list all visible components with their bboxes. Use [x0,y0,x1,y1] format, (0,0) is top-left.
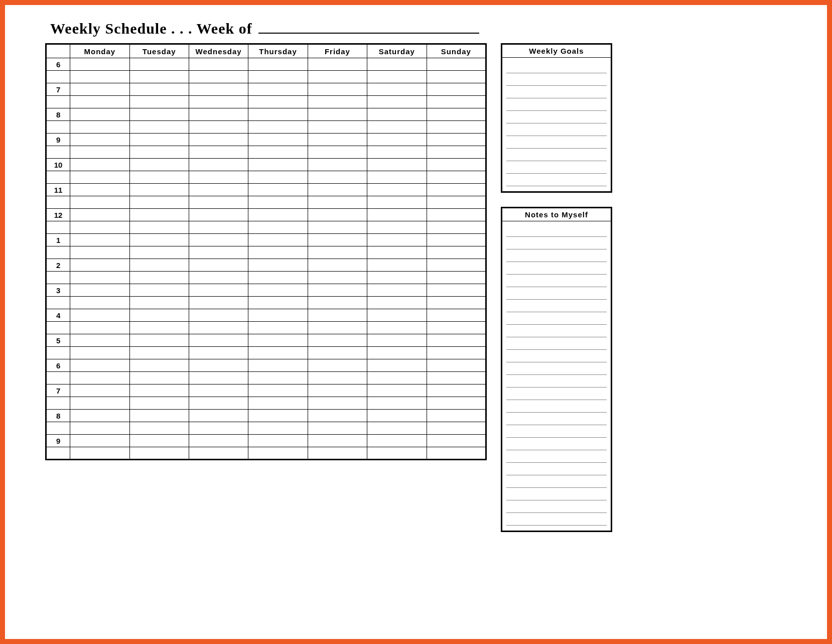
schedule-cell[interactable] [129,234,189,246]
schedule-cell[interactable] [427,108,486,121]
note-line[interactable] [506,400,607,413]
note-line[interactable] [506,312,607,325]
schedule-cell[interactable] [308,209,367,221]
goal-line[interactable] [506,86,607,98]
weekly-goals-body[interactable] [502,58,611,191]
schedule-cell[interactable] [129,435,189,447]
schedule-cell[interactable] [427,309,486,322]
schedule-cell[interactable] [367,410,427,422]
schedule-cell[interactable] [129,58,189,71]
schedule-cell[interactable] [367,108,427,121]
schedule-cell[interactable] [189,359,248,372]
goal-line[interactable] [506,73,607,86]
schedule-cell[interactable] [248,71,308,83]
schedule-cell[interactable] [367,134,427,146]
schedule-cell[interactable] [129,309,189,322]
week-of-blank[interactable] [258,22,479,34]
schedule-cell[interactable] [248,359,308,372]
schedule-cell[interactable] [367,121,427,134]
schedule-cell[interactable] [70,196,129,209]
schedule-cell[interactable] [129,359,189,372]
schedule-cell[interactable] [129,397,189,410]
note-line[interactable] [506,325,607,337]
note-line[interactable] [506,337,607,350]
goal-line[interactable] [506,149,607,161]
schedule-cell[interactable] [248,196,308,209]
schedule-cell[interactable] [308,447,367,460]
schedule-cell[interactable] [308,108,367,121]
schedule-cell[interactable] [367,372,427,384]
schedule-cell[interactable] [248,272,308,284]
schedule-cell[interactable] [129,447,189,460]
notes-body[interactable] [502,221,611,531]
schedule-cell[interactable] [427,146,486,159]
schedule-cell[interactable] [308,384,367,397]
schedule-cell[interactable] [70,372,129,384]
schedule-cell[interactable] [189,435,248,447]
schedule-cell[interactable] [129,96,189,108]
schedule-cell[interactable] [189,322,248,334]
schedule-cell[interactable] [189,397,248,410]
note-line[interactable] [506,237,607,249]
schedule-cell[interactable] [367,284,427,297]
schedule-cell[interactable] [189,108,248,121]
schedule-cell[interactable] [367,196,427,209]
schedule-cell[interactable] [308,246,367,259]
schedule-cell[interactable] [129,71,189,83]
note-line[interactable] [506,362,607,375]
schedule-cell[interactable] [367,334,427,347]
schedule-cell[interactable] [367,246,427,259]
schedule-cell[interactable] [308,171,367,184]
schedule-cell[interactable] [427,246,486,259]
schedule-cell[interactable] [367,297,427,309]
note-line[interactable] [506,262,607,275]
schedule-cell[interactable] [308,234,367,246]
schedule-cell[interactable] [308,96,367,108]
schedule-cell[interactable] [367,96,427,108]
goal-line[interactable] [506,174,607,186]
schedule-cell[interactable] [70,234,129,246]
schedule-cell[interactable] [308,134,367,146]
schedule-cell[interactable] [308,272,367,284]
goal-line[interactable] [506,61,607,73]
schedule-cell[interactable] [308,410,367,422]
schedule-cell[interactable] [70,184,129,196]
schedule-cell[interactable] [427,322,486,334]
schedule-cell[interactable] [189,447,248,460]
schedule-cell[interactable] [189,384,248,397]
schedule-cell[interactable] [367,259,427,272]
schedule-cell[interactable] [308,435,367,447]
schedule-cell[interactable] [248,447,308,460]
schedule-cell[interactable] [248,171,308,184]
schedule-cell[interactable] [70,359,129,372]
schedule-cell[interactable] [248,221,308,234]
schedule-cell[interactable] [189,184,248,196]
schedule-cell[interactable] [248,284,308,297]
schedule-cell[interactable] [248,309,308,322]
schedule-cell[interactable] [70,246,129,259]
schedule-cell[interactable] [189,58,248,71]
schedule-cell[interactable] [70,171,129,184]
schedule-cell[interactable] [427,447,486,460]
schedule-cell[interactable] [70,347,129,359]
note-line[interactable] [506,413,607,425]
note-line[interactable] [506,500,607,513]
schedule-cell[interactable] [189,259,248,272]
schedule-cell[interactable] [129,259,189,272]
schedule-cell[interactable] [70,71,129,83]
schedule-cell[interactable] [248,372,308,384]
note-line[interactable] [506,388,607,400]
schedule-cell[interactable] [308,347,367,359]
schedule-cell[interactable] [189,284,248,297]
schedule-cell[interactable] [367,422,427,435]
schedule-cell[interactable] [427,171,486,184]
schedule-cell[interactable] [427,121,486,134]
schedule-cell[interactable] [367,146,427,159]
schedule-cell[interactable] [308,322,367,334]
note-line[interactable] [506,275,607,287]
schedule-cell[interactable] [129,322,189,334]
schedule-cell[interactable] [367,272,427,284]
schedule-cell[interactable] [427,372,486,384]
schedule-cell[interactable] [367,447,427,460]
note-line[interactable] [506,513,607,526]
